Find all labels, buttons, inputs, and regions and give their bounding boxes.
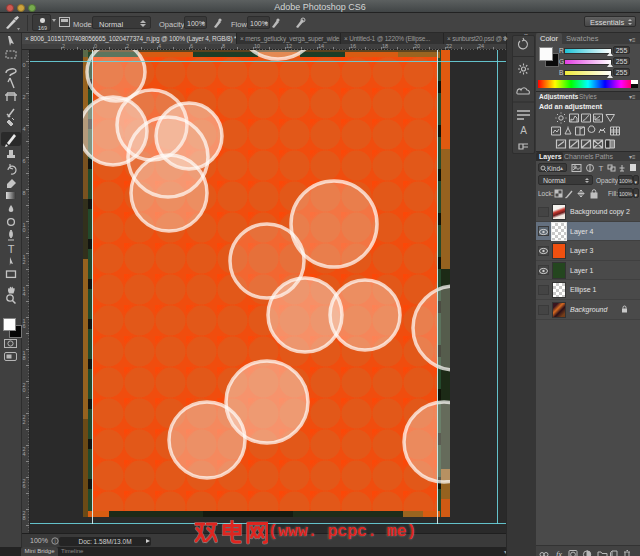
svg-text:T: T	[8, 243, 15, 255]
svg-text:i: i	[54, 538, 55, 544]
svg-text:fx: fx	[556, 549, 562, 556]
svg-text:A: A	[520, 125, 527, 136]
svg-text:T: T	[599, 164, 604, 173]
